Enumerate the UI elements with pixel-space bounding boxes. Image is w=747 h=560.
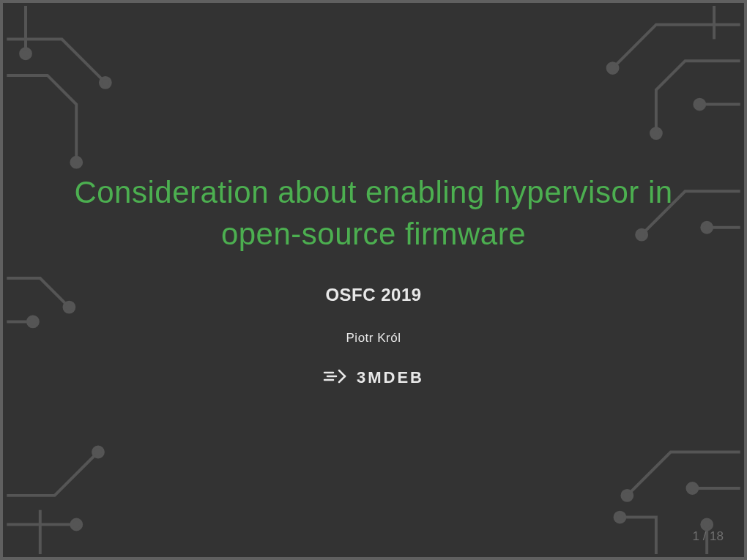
slide-title: Consideration about enabling hypervisor … (32, 172, 715, 255)
page-number: 1 / 18 (692, 529, 724, 544)
svg-point-11 (71, 520, 81, 530)
svg-point-14 (615, 512, 625, 523)
svg-point-15 (702, 520, 712, 530)
slide-container: Consideration about enabling hypervisor … (0, 0, 747, 560)
svg-point-1 (71, 157, 81, 168)
svg-line-20 (339, 376, 345, 382)
svg-point-3 (608, 63, 618, 73)
svg-point-10 (93, 447, 103, 458)
page-total: 18 (710, 529, 724, 543)
svg-point-13 (687, 483, 697, 493)
svg-line-19 (339, 370, 345, 376)
logo-text: 3MDEB (357, 368, 424, 387)
company-logo: 3MDEB (32, 367, 715, 388)
page-separator: / (699, 529, 710, 543)
slide-author: Piotr Król (32, 331, 715, 346)
svg-point-5 (694, 100, 705, 110)
svg-point-4 (651, 128, 661, 138)
svg-point-12 (622, 490, 632, 501)
slide-subtitle: OSFC 2019 (32, 285, 715, 305)
slide-content: Consideration about enabling hypervisor … (32, 172, 715, 387)
logo-icon (323, 367, 349, 388)
page-current: 1 (692, 529, 699, 543)
svg-point-2 (21, 48, 31, 59)
svg-point-0 (100, 78, 111, 88)
